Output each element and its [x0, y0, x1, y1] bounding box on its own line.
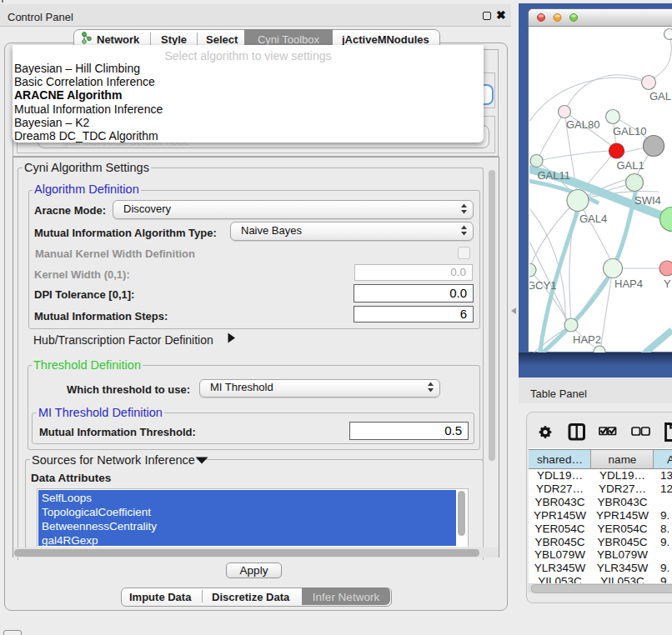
svg-text:GAL: GAL: [649, 90, 671, 102]
svg-text:GAL11: GAL11: [538, 169, 571, 182]
svg-text:Y: Y: [664, 278, 671, 290]
svg-text:GAL1: GAL1: [617, 159, 644, 172]
svg-text:GAL10: GAL10: [613, 125, 646, 138]
svg-text:GCY1: GCY1: [529, 279, 556, 292]
svg-text:SWI4: SWI4: [634, 194, 661, 207]
svg-text:HAP2: HAP2: [573, 333, 601, 346]
svg-text:GAL4: GAL4: [579, 212, 607, 225]
svg-text:GAL80: GAL80: [566, 118, 599, 131]
svg-text:HAP4: HAP4: [614, 278, 643, 290]
